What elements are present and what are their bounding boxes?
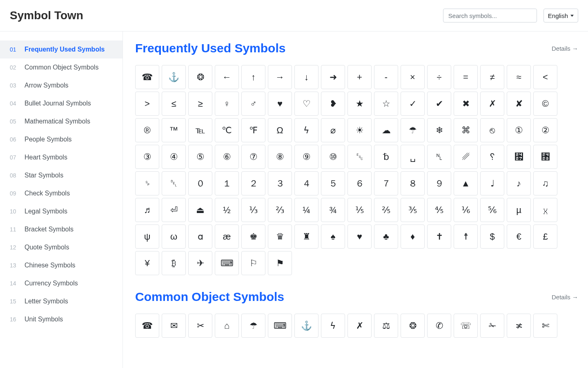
symbol-cell[interactable]: ☂ bbox=[241, 314, 265, 338]
symbol-cell[interactable]: ① bbox=[507, 118, 531, 142]
sidebar-item[interactable]: 15Letter Symbols bbox=[0, 292, 122, 310]
symbol-cell[interactable]: ꭓ bbox=[533, 198, 557, 222]
symbol-cell[interactable]: ← bbox=[215, 65, 239, 89]
symbol-cell[interactable]: ≈ bbox=[507, 65, 531, 89]
symbol-cell[interactable]: ≠ bbox=[480, 65, 504, 89]
symbol-cell[interactable]: ω bbox=[162, 224, 186, 249]
symbol-cell[interactable]: ☆ bbox=[374, 92, 398, 116]
site-title[interactable]: Symbol Town bbox=[10, 9, 83, 22]
symbol-cell[interactable]: ⅗ bbox=[401, 198, 425, 222]
sidebar-item[interactable]: 05Mathematical Symbols bbox=[0, 112, 122, 130]
symbol-cell[interactable]: ❂ bbox=[401, 314, 425, 338]
symbol-cell[interactable]: ψ bbox=[135, 224, 159, 249]
symbol-cell[interactable]: ¥ bbox=[135, 251, 159, 275]
language-selector[interactable]: English bbox=[543, 9, 578, 22]
symbol-cell[interactable]: ８ bbox=[401, 171, 425, 195]
symbol-cell[interactable]: ⚓ bbox=[294, 314, 318, 338]
symbol-cell[interactable]: ♜ bbox=[294, 224, 318, 249]
symbol-cell[interactable]: ７ bbox=[374, 171, 398, 195]
symbol-cell[interactable]: ✆ bbox=[427, 314, 451, 338]
symbol-cell[interactable]: ☂ bbox=[401, 118, 425, 142]
symbol-cell[interactable]: ♡ bbox=[294, 92, 318, 116]
symbol-cell[interactable]: ☏ bbox=[454, 314, 478, 338]
symbol-cell[interactable]: ␠ bbox=[135, 171, 159, 195]
symbol-cell[interactable]: ₿ bbox=[162, 251, 186, 275]
symbol-cell[interactable]: ❥ bbox=[321, 92, 345, 116]
symbol-cell[interactable]: > bbox=[135, 92, 159, 116]
symbol-cell[interactable]: ② bbox=[533, 118, 557, 142]
sidebar-item[interactable]: 13Chinese Symbols bbox=[0, 256, 122, 274]
sidebar[interactable]: 01Frequently Used Symbols02Common Object… bbox=[0, 31, 122, 368]
sidebar-item[interactable]: 10Legal Symbols bbox=[0, 202, 122, 220]
symbol-cell[interactable]: ９ bbox=[427, 171, 451, 195]
details-link[interactable]: Details → bbox=[552, 45, 578, 52]
symbol-cell[interactable]: ♀ bbox=[215, 92, 239, 116]
symbol-cell[interactable]: ␢ bbox=[374, 145, 398, 169]
section-title[interactable]: Common Object Symbols bbox=[135, 290, 284, 304]
symbol-cell[interactable]: ⅓ bbox=[241, 198, 265, 222]
symbol-cell[interactable]: → bbox=[268, 65, 292, 89]
sidebar-item[interactable]: 08Star Symbols bbox=[0, 166, 122, 184]
symbol-cell[interactable]: ☨ bbox=[454, 224, 478, 249]
symbol-cell[interactable]: ⏎ bbox=[162, 198, 186, 222]
symbol-cell[interactable]: ★ bbox=[347, 92, 372, 116]
sidebar-item[interactable]: 02Common Object Symbols bbox=[0, 58, 122, 76]
symbol-cell[interactable]: ≥ bbox=[188, 92, 212, 116]
symbol-cell[interactable]: ␤ bbox=[427, 145, 451, 169]
symbol-cell[interactable]: + bbox=[347, 65, 372, 89]
details-link[interactable]: Details → bbox=[552, 294, 578, 301]
symbol-cell[interactable]: ⌨ bbox=[215, 251, 239, 275]
symbol-cell[interactable]: ♬ bbox=[135, 198, 159, 222]
symbol-cell[interactable]: ⑦ bbox=[241, 145, 265, 169]
symbol-cell[interactable]: ⌀ bbox=[321, 118, 345, 142]
symbol-cell[interactable]: ♫ bbox=[533, 171, 557, 195]
symbol-cell[interactable]: ❂ bbox=[188, 65, 212, 89]
symbol-cell[interactable]: ✗ bbox=[347, 314, 372, 338]
symbol-cell[interactable]: < bbox=[533, 65, 557, 89]
symbol-cell[interactable]: ✉ bbox=[162, 314, 186, 338]
symbol-cell[interactable]: ⚐ bbox=[241, 251, 265, 275]
symbol-cell[interactable]: ✓ bbox=[401, 92, 425, 116]
section-title[interactable]: Frequently Used Symbols bbox=[135, 41, 285, 55]
symbol-cell[interactable]: ¾ bbox=[321, 198, 345, 222]
symbol-cell[interactable]: ♦ bbox=[401, 224, 425, 249]
symbol-cell[interactable]: ⎋ bbox=[480, 118, 504, 142]
symbol-cell[interactable]: ™ bbox=[162, 118, 186, 142]
symbol-cell[interactable]: ５ bbox=[321, 171, 345, 195]
symbol-cell[interactable]: £ bbox=[533, 224, 557, 249]
symbol-cell[interactable]: ↓ bbox=[294, 65, 318, 89]
symbol-cell[interactable]: ⅙ bbox=[454, 198, 478, 222]
symbol-cell[interactable]: ❄ bbox=[427, 118, 451, 142]
symbol-cell[interactable]: ⑩ bbox=[321, 145, 345, 169]
symbol-cell[interactable]: ✖ bbox=[454, 92, 478, 116]
symbol-cell[interactable]: ⅕ bbox=[347, 198, 372, 222]
symbol-cell[interactable]: ␡ bbox=[162, 171, 186, 195]
symbol-cell[interactable]: ☎ bbox=[135, 65, 159, 89]
symbol-cell[interactable]: ⚖ bbox=[374, 314, 398, 338]
sidebar-item[interactable]: 01Frequently Used Symbols bbox=[0, 40, 122, 58]
symbol-cell[interactable]: ♠ bbox=[321, 224, 345, 249]
symbol-cell[interactable]: ℉ bbox=[241, 118, 265, 142]
symbol-cell[interactable]: ✗ bbox=[480, 92, 504, 116]
symbol-cell[interactable]: ③ bbox=[135, 145, 159, 169]
symbol-cell[interactable]: ϟ bbox=[321, 314, 345, 338]
symbol-cell[interactable]: ④ bbox=[162, 145, 186, 169]
search-input[interactable] bbox=[443, 9, 537, 22]
symbol-cell[interactable]: ϟ bbox=[294, 118, 318, 142]
sidebar-item[interactable]: 06People Symbols bbox=[0, 130, 122, 148]
sidebar-item[interactable]: 14Currency Symbols bbox=[0, 274, 122, 292]
symbol-cell[interactable]: ▲ bbox=[454, 171, 478, 195]
symbol-cell[interactable]: ✂ bbox=[188, 314, 212, 338]
symbol-cell[interactable]: ✄ bbox=[533, 314, 557, 338]
symbol-cell[interactable]: ✔ bbox=[427, 92, 451, 116]
symbol-cell[interactable]: ℃ bbox=[215, 118, 239, 142]
symbol-cell[interactable]: ⅖ bbox=[374, 198, 398, 222]
symbol-cell[interactable]: ⅘ bbox=[427, 198, 451, 222]
symbol-cell[interactable]: ⚓ bbox=[162, 65, 186, 89]
symbol-cell[interactable]: × bbox=[401, 65, 425, 89]
symbol-cell[interactable]: ® bbox=[135, 118, 159, 142]
sidebar-item[interactable]: 07Heart Symbols bbox=[0, 148, 122, 166]
symbol-cell[interactable]: ⌘ bbox=[454, 118, 478, 142]
symbol-cell[interactable]: ✘ bbox=[507, 92, 531, 116]
symbol-cell[interactable]: ♪ bbox=[507, 171, 531, 195]
